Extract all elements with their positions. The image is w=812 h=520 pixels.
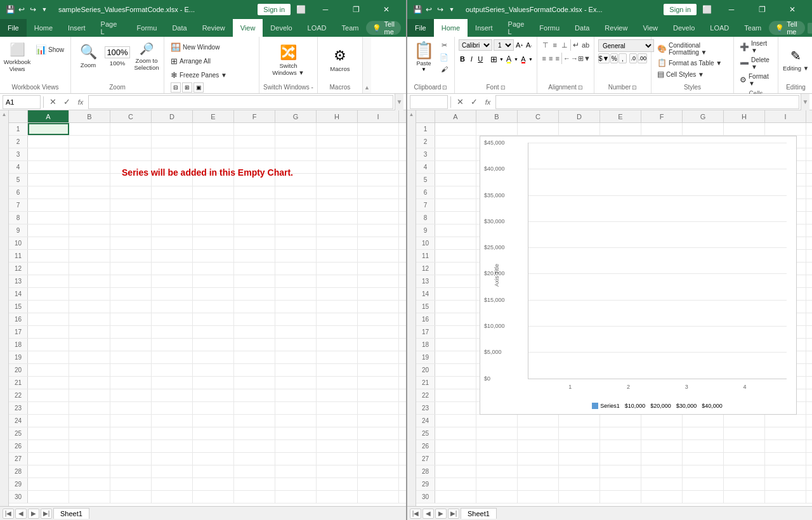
left-cell-C21[interactable] xyxy=(110,377,152,389)
left-cell-D7[interactable] xyxy=(152,199,193,211)
left-cell-A30[interactable] xyxy=(28,491,69,503)
tell-me-box-left[interactable]: 💡 Tell me xyxy=(366,21,401,35)
left-cell-D19[interactable] xyxy=(152,351,193,363)
left-cell-I13[interactable] xyxy=(358,275,399,287)
right-cell-D1[interactable] xyxy=(559,123,600,135)
left-cell-H10[interactable] xyxy=(317,237,358,249)
left-cell-H15[interactable] xyxy=(317,301,358,313)
left-cell-D26[interactable] xyxy=(152,440,193,452)
left-cell-D27[interactable] xyxy=(152,453,193,465)
left-cell-G13[interactable] xyxy=(275,275,317,287)
left-cell-B28[interactable] xyxy=(69,465,110,478)
left-cell-C1[interactable] xyxy=(110,123,152,135)
right-cell-E25[interactable] xyxy=(600,427,641,439)
left-cell-E2[interactable] xyxy=(193,136,234,148)
left-cell-B6[interactable] xyxy=(69,186,110,198)
right-col-F[interactable]: F xyxy=(641,110,683,122)
right-cell-F25[interactable] xyxy=(641,427,683,439)
right-tab-review[interactable]: Review xyxy=(597,19,635,37)
split-view-btn2[interactable]: ⊞ xyxy=(182,82,192,93)
left-cell-D15[interactable] xyxy=(152,301,193,313)
right-undo-icon[interactable]: ↩ xyxy=(424,4,434,15)
right-cell-I30[interactable] xyxy=(765,491,806,503)
left-cell-I15[interactable] xyxy=(358,301,399,313)
left-cell-A28[interactable] xyxy=(28,465,69,478)
paste-button[interactable]: 📋 Paste ▼ xyxy=(411,39,436,74)
left-cell-F24[interactable] xyxy=(234,415,275,427)
left-cell-E1[interactable] xyxy=(193,123,234,135)
formula-expand-btn-right[interactable]: ▼ xyxy=(801,94,809,110)
align-bottom-btn[interactable]: ⊥ xyxy=(560,39,569,51)
left-cell-G6[interactable] xyxy=(275,186,317,198)
right-cell-H25[interactable] xyxy=(724,427,765,439)
left-cell-E14[interactable] xyxy=(193,288,234,300)
right-tab-view[interactable]: View xyxy=(635,19,665,37)
cut-button[interactable]: ✂ xyxy=(438,39,450,51)
border-button[interactable]: ⊞ xyxy=(490,53,498,65)
left-cell-H30[interactable] xyxy=(317,491,358,503)
left-cell-G9[interactable] xyxy=(275,224,317,237)
left-cell-A11[interactable] xyxy=(28,250,69,262)
right-cell-G24[interactable] xyxy=(683,415,724,427)
left-cell-C22[interactable] xyxy=(110,389,152,401)
left-cell-H2[interactable] xyxy=(317,136,358,148)
border-dropdown[interactable]: ▼ xyxy=(499,57,504,62)
left-cell-H24[interactable] xyxy=(317,415,358,427)
left-cell-I27[interactable] xyxy=(358,453,399,465)
left-cell-G20[interactable] xyxy=(275,364,317,376)
right-tab-page-layout[interactable]: Page L xyxy=(501,19,532,37)
save-icon[interactable]: 💾 xyxy=(5,4,15,15)
left-cell-G16[interactable] xyxy=(275,313,317,325)
left-cell-G10[interactable] xyxy=(275,237,317,249)
left-cell-A8[interactable] xyxy=(28,212,69,224)
customize-icon[interactable]: ▼ xyxy=(39,4,49,15)
right-cell-A14[interactable] xyxy=(435,288,476,300)
left-cell-C8[interactable] xyxy=(110,212,152,224)
decrease-font-btn[interactable]: A- xyxy=(525,39,533,51)
left-cell-F8[interactable] xyxy=(234,212,275,224)
left-cell-E27[interactable] xyxy=(193,453,234,465)
right-cell-A22[interactable] xyxy=(435,389,476,401)
right-cell-G28[interactable] xyxy=(683,465,724,478)
right-cell-A9[interactable] xyxy=(435,224,476,237)
left-cell-D24[interactable] xyxy=(152,415,193,427)
merge-center-btn[interactable]: ⊞▼ xyxy=(579,53,590,64)
right-cell-A10[interactable] xyxy=(435,237,476,249)
left-tab-home[interactable]: Home xyxy=(27,19,60,37)
right-cell-B30[interactable] xyxy=(476,491,518,503)
left-cell-C23[interactable] xyxy=(110,402,152,414)
left-cell-B20[interactable] xyxy=(69,364,110,376)
left-cell-B9[interactable] xyxy=(69,224,110,237)
right-cell-H30[interactable] xyxy=(724,491,765,503)
right-sheet-nav-prev[interactable]: ◀ xyxy=(422,509,434,519)
right-cell-E30[interactable] xyxy=(600,491,641,503)
left-cell-G22[interactable] xyxy=(275,389,317,401)
left-cell-E16[interactable] xyxy=(193,313,234,325)
left-cell-B3[interactable] xyxy=(69,148,110,160)
right-customize-icon[interactable]: ▼ xyxy=(447,4,457,15)
left-cell-I26[interactable] xyxy=(358,440,399,452)
right-cell-C25[interactable] xyxy=(518,427,559,439)
right-cell-A27[interactable] xyxy=(435,453,476,465)
align-top-btn[interactable]: ⊤ xyxy=(541,39,550,51)
right-cell-B1[interactable] xyxy=(476,123,518,135)
split-view-btn3[interactable]: ▣ xyxy=(193,82,204,93)
right-sheet-tab-1[interactable]: Sheet1 xyxy=(461,508,497,519)
right-cell-D28[interactable] xyxy=(559,465,600,478)
left-cell-E28[interactable] xyxy=(193,465,234,478)
left-cell-D18[interactable] xyxy=(152,339,193,351)
left-cell-B19[interactable] xyxy=(69,351,110,363)
right-cell-A19[interactable] xyxy=(435,351,476,363)
left-cell-I6[interactable] xyxy=(358,186,399,198)
left-cell-D30[interactable] xyxy=(152,491,193,503)
left-cell-C10[interactable] xyxy=(110,237,152,249)
left-cell-B18[interactable] xyxy=(69,339,110,351)
arrange-all-button[interactable]: ⊞ Arrange All xyxy=(168,55,255,67)
left-cell-C28[interactable] xyxy=(110,465,152,478)
number-format-select[interactable]: General xyxy=(598,39,654,52)
right-cell-F27[interactable] xyxy=(641,453,683,465)
col-header-E-left[interactable]: E xyxy=(193,110,234,122)
left-cell-C16[interactable] xyxy=(110,313,152,325)
left-cell-F16[interactable] xyxy=(234,313,275,325)
zoom-100-button[interactable]: 100% 100% xyxy=(104,41,131,72)
